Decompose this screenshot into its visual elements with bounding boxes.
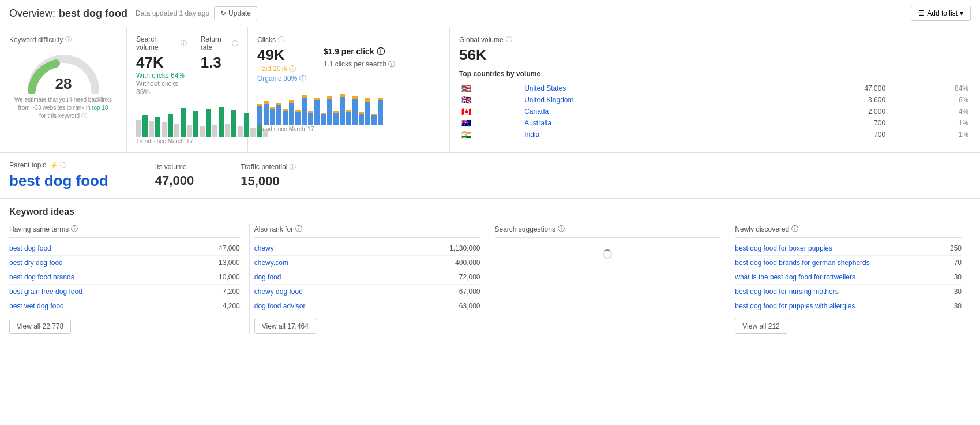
dropdown-icon: ▾	[960, 9, 963, 17]
trend-bar	[155, 117, 160, 137]
country-name[interactable]: Australia	[522, 117, 757, 129]
clicks-trend-chart	[257, 87, 440, 125]
keyword-row: best dog food brands for german shepherd…	[735, 256, 962, 270]
keyword-volume: 47,000	[219, 244, 240, 252]
sv-value: 47K	[136, 54, 187, 72]
trend-bar	[212, 125, 217, 137]
country-volume: 700	[757, 117, 890, 129]
kd-label: Keyword difficulty ⓘ	[9, 35, 117, 44]
search-suggestions-col: Search suggestions ⓘ	[490, 224, 731, 334]
clicks-trend-label: Trend since March '17	[257, 126, 440, 132]
keyword-volume: 70	[954, 259, 962, 267]
keyword-link[interactable]: best dog food brands	[9, 273, 74, 281]
country-name[interactable]: United Kingdom	[522, 94, 757, 106]
keyword-row: dog food advisor 63,000	[254, 299, 480, 313]
kd-info-icon[interactable]: ⓘ	[65, 35, 72, 44]
keyword-row: best grain free dog food 7,200	[9, 285, 240, 299]
keyword-volume: 63,000	[459, 302, 480, 310]
keyword-link[interactable]: chewy.com	[254, 259, 288, 267]
traffic-potential-block: Traffic potential ⓘ 15,000	[241, 163, 296, 189]
country-volume: 3,600	[757, 94, 890, 106]
same-terms-label: Having same terms ⓘ	[9, 224, 240, 238]
country-row: 🇮🇳 India 700 1%	[459, 129, 971, 140]
keyword-row: best wet dog food 4,200	[9, 299, 240, 313]
keyword-link[interactable]: best dog food	[9, 244, 51, 252]
keyword-row: best dog food for puppies with allergies…	[735, 299, 962, 313]
clicks-panel: Clicks ⓘ 49K Paid 10% ⓘ Organic 90% ⓘ $1…	[248, 27, 450, 152]
keyword-link[interactable]: best dog food for puppies with allergies	[735, 302, 855, 310]
add-to-list-button[interactable]: ☰ Add to list ▾	[911, 6, 971, 21]
keyword-ideas-grid: Having same terms ⓘ best dog food 47,000…	[9, 224, 971, 334]
country-name[interactable]: United States	[522, 83, 757, 94]
clicks-paid: Paid 10% ⓘ	[257, 64, 306, 74]
country-flag: 🇦🇺	[459, 117, 522, 129]
keyword-link[interactable]: best dog food for nursing mothers	[735, 288, 838, 296]
trend-bar	[168, 114, 173, 137]
cpc-info-icon[interactable]: ⓘ	[377, 47, 385, 56]
clicks-info-icon[interactable]: ⓘ	[278, 35, 284, 44]
keyword-volume: 72,000	[459, 273, 480, 281]
parent-topic-icon[interactable]: ⚡ ⓘ	[50, 162, 66, 169]
kd-note-info[interactable]: ⓘ	[81, 113, 87, 119]
update-button[interactable]: ↻ Update	[214, 6, 257, 20]
overview-label: Overview:	[9, 8, 55, 20]
sv-trend-chart	[136, 99, 238, 137]
metrics-row: Keyword difficulty ⓘ 28 We estimate that…	[0, 27, 980, 153]
cpc-metric: $1.9 per click ⓘ 1.1 clicks per search ⓘ	[324, 35, 396, 69]
trend-bar	[162, 122, 167, 137]
keyword-link[interactable]: best grain free dog food	[9, 288, 82, 296]
country-pct: 1%	[890, 129, 971, 140]
keyword-volume: 1,130,000	[449, 244, 480, 252]
keyword-volume: 4,200	[223, 302, 240, 310]
cps-info-icon[interactable]: ⓘ	[388, 60, 395, 68]
view-all-same-terms[interactable]: View all 22,778	[9, 319, 71, 334]
view-all-also-rank[interactable]: View all 17,464	[254, 319, 316, 334]
country-flag: 🇺🇸	[459, 83, 522, 94]
global-volume-panel: Global volume ⓘ 56K Top countries by vol…	[450, 27, 980, 152]
trend-bar	[142, 115, 148, 137]
keyword-link[interactable]: what is the best dog food for rottweiler…	[735, 273, 855, 281]
its-volume-value: 47,000	[155, 173, 194, 188]
parent-volume-block: Its volume 47,000	[155, 163, 194, 188]
trend-bar	[187, 125, 192, 137]
ss-info[interactable]: ⓘ	[558, 224, 565, 234]
rr-info-icon[interactable]: ⓘ	[232, 39, 238, 48]
also-rank-info[interactable]: ⓘ	[295, 224, 302, 234]
trend-bar	[206, 109, 211, 137]
keyword-link[interactable]: best dry dog food	[9, 259, 63, 267]
country-row: 🇬🇧 United Kingdom 3,600 6%	[459, 94, 971, 106]
keyword-link[interactable]: best dog food for boxer puppies	[735, 244, 832, 252]
trend-bar	[219, 107, 224, 137]
country-flag: 🇬🇧	[459, 94, 522, 106]
search-suggestions-spinner	[603, 249, 612, 259]
sv-info-icon[interactable]: ⓘ	[181, 39, 187, 48]
parent-topic-value[interactable]: best dog food	[9, 172, 108, 190]
keyword-volume: 400,000	[455, 259, 480, 267]
sv-without-clicks: Without clicks 36%	[136, 80, 187, 96]
country-name[interactable]: Canada	[522, 106, 757, 117]
rr-value: 1.3	[201, 54, 238, 72]
keyword-link[interactable]: chewy	[254, 244, 274, 252]
keyword-link[interactable]: best wet dog food	[9, 302, 64, 310]
gv-label: Global volume ⓘ	[459, 35, 971, 44]
search-volume-panel: Search volume ⓘ 47K With clicks 64% With…	[127, 27, 248, 152]
top10-link[interactable]: top 10	[92, 105, 108, 111]
trend-bar	[174, 124, 179, 137]
kd-note: We estimate that you'll need backlinksfr…	[9, 96, 117, 120]
organic-info-icon[interactable]: ⓘ	[299, 74, 306, 83]
clicks-value: 49K	[257, 46, 306, 64]
country-name[interactable]: India	[522, 129, 757, 140]
traffic-info-icon[interactable]: ⓘ	[290, 163, 296, 170]
keyword-link[interactable]: dog food	[254, 273, 281, 281]
keyword-link[interactable]: best dog food brands for german shepherd…	[735, 259, 869, 267]
paid-info-icon[interactable]: ⓘ	[289, 65, 296, 73]
also-rank-label: Also rank for ⓘ	[254, 224, 480, 238]
country-row: 🇺🇸 United States 47,000 84%	[459, 83, 971, 94]
gv-info-icon[interactable]: ⓘ	[506, 35, 512, 44]
keyword-link[interactable]: dog food advisor	[254, 302, 306, 310]
view-all-newly-discovered[interactable]: View all 212	[735, 319, 787, 334]
same-terms-info[interactable]: ⓘ	[71, 224, 78, 234]
traffic-label: Traffic potential ⓘ	[241, 163, 296, 172]
nd-info[interactable]: ⓘ	[791, 224, 798, 234]
keyword-link[interactable]: chewy dog food	[254, 288, 303, 296]
